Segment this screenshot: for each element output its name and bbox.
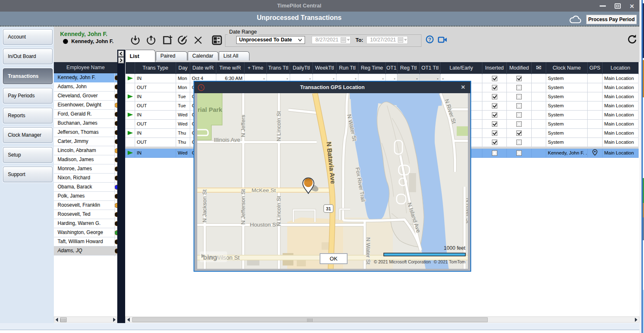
svg-text:© 2021 TomTom: © 2021 TomTom	[434, 259, 466, 264]
svg-text:N Lincoln St: N Lincoln St	[276, 111, 282, 141]
svg-text:Illinois Ave: Illinois Ave	[214, 137, 240, 143]
svg-text:N Jeffers: N Jeffers	[240, 115, 246, 137]
svg-text:N Jefferson St: N Jefferson St	[240, 189, 246, 224]
svg-text:1000 feet: 1000 feet	[444, 245, 466, 251]
svg-text:?: ?	[428, 37, 431, 43]
svg-text:© 2021 Microsoft Corporation: © 2021 Microsoft Corporation	[374, 259, 431, 264]
svg-text:N Water St: N Water St	[365, 237, 371, 265]
svg-text:bing: bing	[203, 254, 217, 261]
svg-text:31: 31	[326, 206, 331, 211]
svg-text:McKee St: McKee St	[252, 187, 276, 193]
svg-text:rial Park: rial Park	[198, 106, 223, 113]
svg-text:Houston St: Houston St	[250, 222, 278, 228]
svg-text:N River St: N River St	[465, 198, 468, 224]
svg-text:N Jackson St: N Jackson St	[201, 189, 208, 222]
svg-text:N Lincoln St: N Lincoln St	[276, 196, 282, 226]
